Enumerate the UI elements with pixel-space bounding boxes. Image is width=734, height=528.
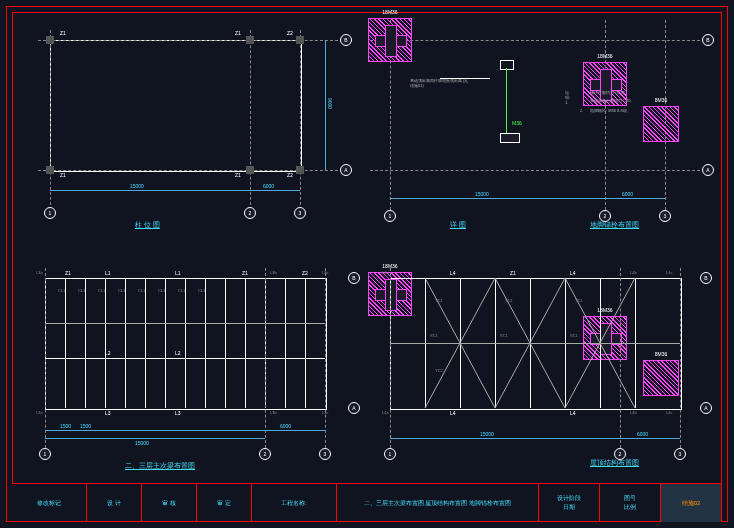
dim bbox=[605, 198, 665, 199]
note-2: 基础混凝土等级为 C20。 bbox=[590, 98, 700, 103]
lbl: YC1 bbox=[435, 298, 443, 303]
dim-span2-txt: 6000 bbox=[263, 183, 274, 189]
anchor-lbl: M36 bbox=[512, 120, 522, 126]
building-outline bbox=[50, 40, 302, 172]
plan-title-4: 屋顶结构布置图 bbox=[590, 458, 639, 468]
plan-title-2: 地脚锚栓布置图 bbox=[590, 220, 639, 230]
col-z1: Z1 bbox=[235, 30, 241, 36]
detail-title: 详 图 bbox=[450, 220, 466, 230]
grid-2 bbox=[605, 20, 606, 210]
cl: CL1 bbox=[58, 288, 65, 293]
tb-approve: 审 定 bbox=[197, 484, 252, 522]
tb-no-v: 结施02 bbox=[661, 484, 722, 522]
plan-title-1: 柱 位 图 bbox=[135, 220, 160, 230]
note-3: 地脚螺栓: M36 8.8级。 bbox=[590, 108, 700, 113]
dim-txt: 6000 bbox=[622, 191, 633, 197]
cl: CL1 bbox=[198, 288, 205, 293]
bubble-3: 3 bbox=[659, 210, 671, 222]
plan-anchor-layout: 18M36 18M36 8M36 18M36 18M36 8M36 M36 说 … bbox=[360, 20, 710, 230]
bubble-1: 1 bbox=[384, 210, 396, 222]
plan-column-layout: Z1 Z1 Z2 Z1 Z1 Z2 B A 1 2 3 15000 6000 9… bbox=[20, 20, 350, 230]
column-square bbox=[296, 166, 304, 174]
lbl: Z1 bbox=[65, 270, 71, 276]
grid-a bbox=[370, 170, 700, 171]
col-z2: Z2 bbox=[287, 30, 293, 36]
lbl: L4c bbox=[666, 410, 672, 415]
lbl: Z2 bbox=[302, 270, 308, 276]
lbl: L3b bbox=[270, 410, 277, 415]
secondary-grid bbox=[45, 278, 325, 408]
bubble-3: 3 bbox=[674, 448, 686, 460]
lbl: L4 bbox=[450, 270, 456, 276]
cl: CL1 bbox=[178, 288, 185, 293]
col-z1: Z1 bbox=[60, 172, 66, 178]
dim-span1 bbox=[50, 190, 250, 191]
bubble-2: 2 bbox=[244, 207, 256, 219]
elev-note: 基础顶标高同柱脚底板底标高 (见结施01) bbox=[410, 78, 470, 88]
bubble-1: 1 bbox=[384, 448, 396, 460]
plan-floor-beam: L3a Z1 L1 L1 Z1 L3b Z2 L3c CL1 CL1 CL1 C… bbox=[20, 258, 360, 468]
column-square bbox=[296, 36, 304, 44]
lbl: SC1 bbox=[570, 333, 578, 338]
tb-no: 图号比例 bbox=[600, 484, 661, 522]
lbl: YC2 bbox=[435, 368, 443, 373]
lbl: L2 bbox=[105, 350, 111, 356]
dim-span1-txt: 15000 bbox=[130, 183, 144, 189]
bubble-a: A bbox=[340, 164, 352, 176]
grid-3 bbox=[300, 30, 301, 205]
grid-b bbox=[38, 40, 338, 41]
grid-1 bbox=[50, 30, 51, 205]
grid-a bbox=[38, 170, 338, 171]
anchor-rod bbox=[506, 68, 507, 133]
dim: 6000 bbox=[637, 431, 648, 437]
tb-title: 二、三层主次梁布置图 屋顶结构布置图 地脚锚栓布置图 bbox=[337, 484, 539, 522]
dim-txt: 15000 bbox=[475, 191, 489, 197]
lbl: Z1 bbox=[242, 270, 248, 276]
nut-top bbox=[500, 60, 514, 70]
column-square bbox=[246, 166, 254, 174]
tb-stage: 设计阶段日期 bbox=[539, 484, 600, 522]
col-z1: Z1 bbox=[60, 30, 66, 36]
title-block: 修改标记 设 计 审 核 审 定 工程名称: 二、三层主次梁布置图 屋顶结构布置… bbox=[12, 483, 722, 522]
lbl: L3 bbox=[175, 410, 181, 416]
note-1: 钢柱牛腿均为 Q235 bbox=[590, 90, 700, 95]
lbl: YC1 bbox=[505, 298, 513, 303]
lbl: SC1 bbox=[500, 333, 508, 338]
lbl: L4a bbox=[382, 410, 389, 415]
bubble-b: B bbox=[700, 272, 712, 284]
dim-bay-txt: 9000 bbox=[327, 98, 333, 109]
dim: 15000 bbox=[135, 440, 149, 446]
lbl: L2 bbox=[175, 350, 181, 356]
col-z2: Z2 bbox=[287, 172, 293, 178]
grid-2 bbox=[250, 30, 251, 205]
anchor-detail: M36 说 明: 1. 钢柱牛腿均为 Q235 基础混凝土等级为 C20。 2.… bbox=[470, 60, 550, 150]
lbl: L4c bbox=[666, 270, 672, 275]
bubble-a: A bbox=[700, 402, 712, 414]
lbl: L4 bbox=[570, 270, 576, 276]
bubble-b: B bbox=[348, 272, 360, 284]
cl: CL1 bbox=[138, 288, 145, 293]
bubble-3: 3 bbox=[294, 207, 306, 219]
cl: CL1 bbox=[78, 288, 85, 293]
lbl: SC1 bbox=[430, 333, 438, 338]
column-square bbox=[46, 166, 54, 174]
bubble-2: 2 bbox=[259, 448, 271, 460]
dim bbox=[390, 198, 605, 199]
lbl: L4a bbox=[382, 270, 389, 275]
bubble-a: A bbox=[702, 164, 714, 176]
cl: CL1 bbox=[98, 288, 105, 293]
note-ln2: 2. bbox=[580, 108, 583, 113]
tb-check: 审 核 bbox=[142, 484, 197, 522]
dim-span2 bbox=[250, 190, 300, 191]
col-z1: Z1 bbox=[235, 172, 241, 178]
bubble-1: 1 bbox=[39, 448, 51, 460]
grid-b bbox=[370, 40, 700, 41]
note-ln: 说 明: 1. bbox=[565, 90, 570, 105]
bubble-b: B bbox=[340, 34, 352, 46]
lbl: Z1 bbox=[510, 270, 516, 276]
dim: 1500 bbox=[80, 423, 91, 429]
dim-bay bbox=[325, 40, 326, 170]
cl: CL1 bbox=[158, 288, 165, 293]
column-square bbox=[46, 36, 54, 44]
base-plate: 18M36 bbox=[368, 18, 412, 62]
